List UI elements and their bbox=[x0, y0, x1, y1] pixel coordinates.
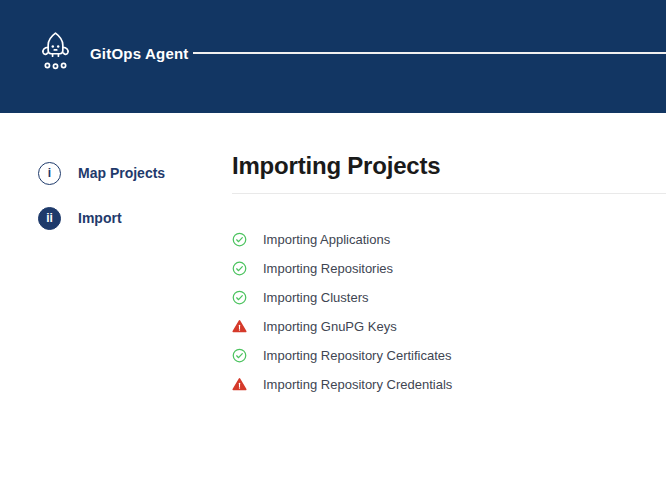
check-circle-icon bbox=[232, 290, 247, 305]
import-status-label: Importing Repository Certificates bbox=[263, 348, 452, 363]
import-status-label: Importing Repository Credentials bbox=[263, 377, 452, 392]
warning-triangle-icon bbox=[232, 319, 247, 334]
import-status-list: Importing Applications Importing Reposit… bbox=[232, 225, 612, 399]
import-status-row: Importing Repository Certificates bbox=[232, 341, 612, 370]
import-status-label: Importing Applications bbox=[263, 232, 390, 247]
check-circle-icon bbox=[232, 232, 247, 247]
wizard-steps: i Map Projects ii Import bbox=[38, 161, 218, 251]
step-numeral-badge: i bbox=[38, 162, 61, 185]
sidebar-item-label: Map Projects bbox=[78, 165, 165, 181]
import-status-row: Importing Repositories bbox=[232, 254, 612, 283]
title-divider bbox=[232, 193, 666, 194]
import-status-label: Importing Clusters bbox=[263, 290, 368, 305]
sidebar-item-import[interactable]: ii Import bbox=[38, 206, 218, 230]
warning-triangle-icon bbox=[232, 377, 247, 392]
import-status-row: Importing Repository Credentials bbox=[232, 370, 612, 399]
octopus-logo-icon bbox=[37, 30, 74, 77]
check-circle-icon bbox=[232, 348, 247, 363]
app-header: GitOps Agent bbox=[0, 0, 666, 113]
import-status-row: Importing Applications bbox=[232, 225, 612, 254]
header-divider-rule bbox=[193, 52, 666, 54]
import-status-row: Importing GnuPG Keys bbox=[232, 312, 612, 341]
import-status-label: Importing GnuPG Keys bbox=[263, 319, 397, 334]
sidebar-item-label: Import bbox=[78, 210, 122, 226]
import-status-row: Importing Clusters bbox=[232, 283, 612, 312]
import-status-label: Importing Repositories bbox=[263, 261, 393, 276]
app-title: GitOps Agent bbox=[90, 45, 189, 62]
page-title: Importing Projects bbox=[232, 152, 440, 180]
check-circle-icon bbox=[232, 261, 247, 276]
step-numeral-badge: ii bbox=[38, 207, 61, 230]
sidebar-item-map-projects[interactable]: i Map Projects bbox=[38, 161, 218, 185]
